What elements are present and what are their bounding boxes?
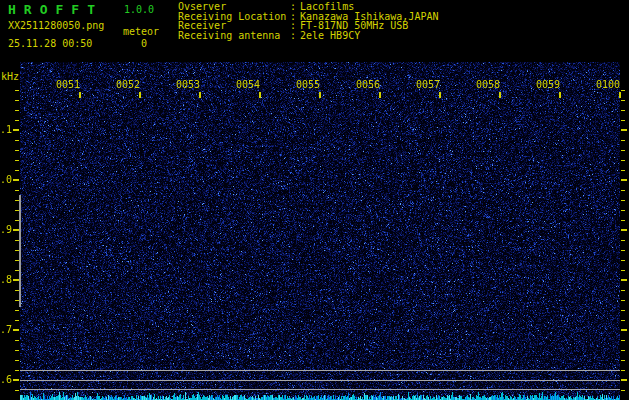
info-label: Receiving antenna [178,31,290,41]
freq-minor-tick [621,170,625,171]
time-tick-label: 0057 [414,79,440,91]
freq-tick-label: 1.1 [0,124,12,136]
freq-tick [621,129,627,131]
output-filename: XX2511280050.png [8,20,104,31]
freq-minor-tick [621,240,625,241]
freq-minor-tick [15,140,19,141]
reference-line [20,380,620,381]
freq-tick-label: 0.6 [0,374,12,386]
time-tick [619,92,621,98]
freq-minor-tick [621,340,625,341]
freq-minor-tick [621,100,625,101]
freq-minor-tick [15,100,19,101]
freq-minor-tick [621,90,625,91]
time-tick [199,92,201,98]
freq-minor-tick [621,210,625,211]
time-tick [259,92,261,98]
freq-minor-tick [621,300,625,301]
time-tick-label: 0100 [594,79,620,91]
freq-minor-tick [621,310,625,311]
freq-tick [13,129,19,131]
level-marker-bar [19,195,21,307]
time-tick-label: 0056 [354,79,380,91]
freq-minor-tick [621,260,625,261]
meteor-count: 0 [141,38,147,49]
freq-minor-tick [621,320,625,321]
freq-tick [13,329,19,331]
hrofft-screen: HROFFT 1.0.0 XX2511280050.png meteor 25.… [0,0,629,400]
freq-minor-tick [621,200,625,201]
freq-tick [621,179,627,181]
freq-minor-tick [621,220,625,221]
freq-minor-tick [15,90,19,91]
mode-label: meteor [123,26,159,37]
freq-minor-tick [15,150,19,151]
freq-minor-tick [621,390,625,391]
freq-minor-tick [15,390,19,391]
freq-tick [621,329,627,331]
freq-minor-tick [15,370,19,371]
freq-tick [13,379,19,381]
freq-tick [621,379,627,381]
app-title: HROFFT [8,2,103,17]
freq-tick [621,279,627,281]
time-tick [319,92,321,98]
freq-minor-tick [15,310,19,311]
freq-minor-tick [621,370,625,371]
freq-minor-tick [621,190,625,191]
time-tick-label: 0053 [174,79,200,91]
info-row: Receiving antenna:2ele HB9CY [178,31,438,41]
reference-line [20,389,620,390]
observation-datetime: 25.11.28 00:50 [8,38,92,49]
time-tick [439,92,441,98]
time-tick-label: 0055 [294,79,320,91]
time-tick [139,92,141,98]
freq-minor-tick [621,160,625,161]
freq-minor-tick [15,160,19,161]
freq-minor-tick [621,140,625,141]
info-separator: : [290,31,300,41]
time-tick-label: 0054 [234,79,260,91]
time-tick-label: 0059 [534,79,560,91]
spectrogram-canvas [20,62,620,400]
freq-minor-tick [15,170,19,171]
freq-minor-tick [15,110,19,111]
freq-minor-tick [15,350,19,351]
reference-line [20,370,620,371]
freq-minor-tick [15,360,19,361]
time-tick [499,92,501,98]
freq-minor-tick [621,360,625,361]
time-tick [379,92,381,98]
freq-minor-tick [15,340,19,341]
station-info: Ovserver:Lacofilms Receiving Location:Ka… [178,2,438,41]
time-tick-label: 0051 [54,79,80,91]
freq-minor-tick [621,350,625,351]
freq-minor-tick [621,120,625,121]
freq-minor-tick [621,250,625,251]
time-tick-label: 0058 [474,79,500,91]
freq-minor-tick [621,150,625,151]
info-value: 2ele HB9CY [300,30,360,41]
time-tick [79,92,81,98]
freq-tick-label: 1.0 [0,174,12,186]
freq-minor-tick [15,320,19,321]
freq-minor-tick [621,270,625,271]
freq-tick [13,179,19,181]
freq-minor-tick [621,290,625,291]
time-tick-label: 0052 [114,79,140,91]
app-version: 1.0.0 [124,4,154,15]
freq-tick-label: 0.8 [0,274,12,286]
freq-tick-label: 0.9 [0,224,12,236]
time-tick [559,92,561,98]
freq-minor-tick [15,120,19,121]
freq-tick [621,229,627,231]
freq-minor-tick [15,190,19,191]
freq-unit-label: kHz [1,71,19,82]
freq-tick-label: 0.7 [0,324,12,336]
freq-minor-tick [621,110,625,111]
